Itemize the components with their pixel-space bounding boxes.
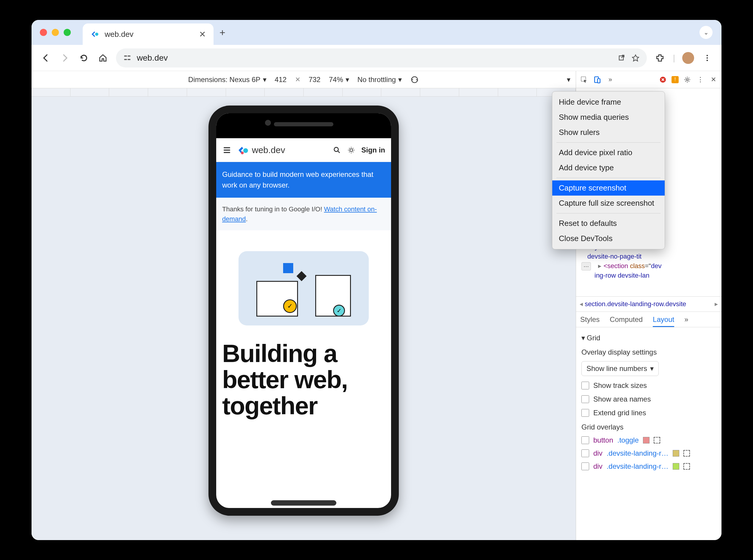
back-button[interactable] (40, 52, 52, 64)
forward-button[interactable] (59, 52, 71, 64)
device-select[interactable]: Dimensions: Nexus 6P▾ (188, 76, 267, 84)
minimize-window-button[interactable] (52, 29, 59, 36)
overlay-checkbox[interactable] (581, 436, 589, 444)
tab-styles[interactable]: Styles (580, 315, 600, 324)
menu-item[interactable]: Show rulers (552, 125, 665, 140)
grid-overlay-item[interactable]: button.toggle (581, 436, 716, 444)
layout-checkbox[interactable]: Extend grid lines (581, 409, 716, 417)
overlay-class: .toggle (617, 436, 639, 444)
throttling-select[interactable]: No throttling▾ (358, 76, 402, 84)
overlay-element: button (593, 436, 613, 444)
maximize-window-button[interactable] (64, 29, 71, 36)
breadcrumb-class: .devsite-landing-row.devsite (605, 300, 686, 308)
reload-button[interactable] (78, 52, 90, 64)
layout-checkbox[interactable]: Show area names (581, 395, 716, 403)
tab-layout[interactable]: Layout (653, 315, 674, 327)
device-toggle-icon[interactable] (593, 75, 602, 84)
grid-overlays-header: Grid overlays (581, 423, 716, 431)
tab-title: web.dev (105, 30, 194, 39)
hero-illustration: ✓✓ (238, 251, 369, 325)
element-breadcrumb[interactable]: ◂ section.devsite-landing-row.devsite ▸ (576, 296, 721, 312)
menu-item[interactable]: Close DevTools (552, 231, 665, 246)
new-tab-button[interactable]: + (219, 27, 226, 38)
checkbox-input[interactable] (581, 395, 589, 403)
warning-badge[interactable]: ! (672, 76, 679, 83)
svg-point-7 (707, 59, 708, 61)
overlay-swatch[interactable] (643, 437, 650, 443)
site-settings-icon[interactable] (123, 54, 132, 62)
svg-point-9 (241, 151, 244, 154)
svg-point-5 (707, 55, 708, 56)
inspect-element-icon[interactable] (580, 75, 588, 84)
menu-item[interactable]: Add device pixel ratio (552, 145, 665, 160)
svg-point-11 (350, 148, 352, 151)
search-icon[interactable] (333, 146, 341, 154)
overlay-swatch[interactable] (673, 463, 679, 469)
checkbox-input[interactable] (581, 409, 589, 417)
settings-icon[interactable] (683, 75, 692, 84)
device-viewport: web.dev Sign in Guidance to build modern… (32, 97, 576, 540)
checkbox-label: Show area names (593, 395, 651, 403)
error-badge[interactable] (658, 75, 667, 84)
svg-rect-2 (128, 55, 130, 57)
tabs-overflow-icon[interactable]: » (684, 315, 688, 324)
svg-point-6 (707, 57, 708, 59)
close-window-button[interactable] (40, 29, 47, 36)
browser-menu-icon[interactable] (701, 52, 713, 64)
menu-item[interactable]: Capture full size screenshot (552, 196, 665, 211)
overlay-checkbox[interactable] (581, 462, 589, 470)
throttling-value: No throttling (358, 76, 396, 84)
breadcrumb-element: section (585, 300, 605, 308)
styles-tabs: Styles Computed Layout » (576, 312, 721, 327)
rotate-icon[interactable] (410, 75, 419, 84)
menu-item[interactable]: Show media queries (552, 110, 665, 125)
browser-window: web.dev ✕ + ⌄ web.dev | Dimensions: Nexu… (32, 20, 721, 540)
menu-item[interactable]: Hide device frame (552, 95, 665, 110)
device-height[interactable]: 732 (309, 76, 321, 84)
overlay-highlight-icon[interactable] (683, 463, 690, 469)
tab-favicon (91, 29, 100, 39)
overlay-highlight-icon[interactable] (654, 437, 660, 443)
tabs-overflow-button[interactable]: ⌄ (699, 26, 713, 39)
profile-avatar[interactable] (682, 52, 694, 64)
notice-prefix: Thanks for tuning in to Google I/O! (222, 205, 324, 213)
device-toolbar: Dimensions: Nexus 6P▾ 412 ✕ 732 74%▾ No … (32, 71, 576, 88)
browser-tab[interactable]: web.dev ✕ (83, 23, 214, 45)
site-brand[interactable]: web.dev (238, 144, 327, 156)
devtools-overflow-icon[interactable]: » (606, 75, 615, 84)
overlay-swatch[interactable] (673, 450, 679, 457)
overlay-highlight-icon[interactable] (683, 450, 690, 457)
grid-section-toggle[interactable]: ▾Grid (581, 334, 716, 342)
checkbox-input[interactable] (581, 382, 589, 389)
devtools-toolbar: » ! ⋮ ✕ (576, 71, 721, 88)
devtools-menu-icon[interactable]: ⋮ (696, 75, 705, 84)
menu-item[interactable]: Reset to defaults (552, 216, 665, 231)
checkbox-label: Extend grid lines (593, 409, 646, 417)
address-bar[interactable]: web.dev (116, 48, 647, 67)
overlay-class: .devsite-landing-r… (607, 449, 669, 457)
theme-toggle-icon[interactable] (347, 146, 355, 154)
devtools-close-icon[interactable]: ✕ (709, 75, 718, 84)
menu-item[interactable]: Add device type (552, 160, 665, 175)
close-tab-icon[interactable]: ✕ (199, 29, 206, 39)
extensions-icon[interactable] (654, 52, 666, 64)
grid-overlay-item[interactable]: div.devsite-landing-r… (581, 449, 716, 457)
hamburger-icon[interactable] (222, 145, 232, 155)
bookmark-icon[interactable] (631, 54, 640, 62)
open-external-icon[interactable] (617, 54, 625, 62)
device-width[interactable]: 412 (275, 76, 287, 84)
home-button[interactable] (97, 52, 109, 64)
grid-overlay-item[interactable]: div.devsite-landing-r… (581, 462, 716, 471)
devtools-options-menu: Hide device frameShow media queriesShow … (552, 91, 665, 249)
layout-checkbox[interactable]: Show track sizes (581, 381, 716, 390)
svg-rect-4 (128, 59, 130, 60)
url-text: web.dev (137, 53, 612, 63)
line-numbers-select[interactable]: Show line numbers▾ (581, 361, 659, 376)
svg-point-8 (243, 148, 248, 153)
overlay-checkbox[interactable] (581, 449, 589, 457)
signin-link[interactable]: Sign in (361, 146, 385, 154)
zoom-select[interactable]: 74%▾ (329, 76, 349, 84)
tab-computed[interactable]: Computed (610, 315, 643, 324)
device-more-icon[interactable]: ▾ (567, 76, 571, 84)
menu-item[interactable]: Capture screenshot (552, 180, 665, 196)
